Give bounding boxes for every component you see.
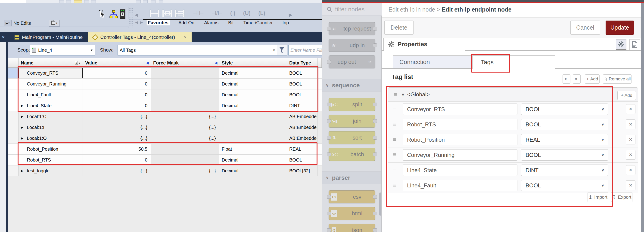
tag-type-select[interactable]: BOOL ∨ (521, 180, 608, 191)
toolbar-icon-stub[interactable] (136, 0, 141, 3)
input-port[interactable] (327, 195, 331, 199)
tag-name-input[interactable]: Line4_State (403, 165, 518, 176)
remove-tag-button[interactable]: × (626, 165, 636, 175)
tag-type-select[interactable]: BOOL ∨ (521, 119, 608, 130)
drag-handle-icon[interactable]: ≡ (393, 121, 396, 128)
expand-arrow-icon[interactable]: ▶ (21, 136, 27, 140)
palette-node[interactable]: <> html (328, 207, 375, 220)
tag-name-cell[interactable]: ▶ Local:1:O (18, 133, 83, 144)
toolbar-icon-stub[interactable] (91, 0, 96, 3)
move-up-button[interactable]: « (562, 74, 570, 84)
export-button[interactable]: ↧ Export (611, 192, 632, 202)
force-mask-cell[interactable] (151, 79, 219, 89)
scroll-left-icon[interactable]: ◀ (135, 12, 138, 17)
node-settings-button[interactable] (616, 39, 626, 50)
rung-branch-icon[interactable] (162, 9, 172, 17)
row-gutter[interactable] (8, 133, 18, 144)
controller-device-icon[interactable] (120, 9, 126, 19)
col-value[interactable]: Value ◀ (83, 58, 151, 67)
style-cell[interactable]: Decimal (219, 89, 287, 100)
row-gutter[interactable] (8, 89, 18, 100)
instruction-tab[interactable]: Inp (281, 20, 290, 25)
drag-handle-icon[interactable]: ≡ (393, 136, 396, 143)
palette-node[interactable]: {} json (328, 224, 375, 232)
data-type-cell[interactable]: BOOL (287, 155, 318, 166)
instruction-button[interactable]: (U) (243, 10, 250, 16)
tab-scroll-right-icon[interactable]: ▶ (140, 20, 143, 24)
table-row[interactable]: Conveyor_Running 0 Decimal BOOL (8, 79, 322, 89)
palette-node[interactable]: ∷▸▮ join (328, 115, 375, 128)
style-cell[interactable]: Decimal (219, 166, 287, 176)
drag-handle-icon[interactable]: ≡ (393, 105, 396, 113)
scope-select[interactable]: Line_4 ▼ (30, 45, 95, 55)
tag-value-cell[interactable]: {...} (83, 133, 151, 144)
instruction-tab[interactable]: Favorites (146, 20, 170, 25)
tag-name-cell[interactable]: Line4_Fault (18, 89, 83, 100)
instruction-button[interactable]: ⊣/⊢ (212, 10, 222, 16)
tab-scroll-left-icon[interactable]: ◀ (135, 20, 138, 24)
show-select[interactable]: All Tags ▼ (118, 45, 277, 55)
toolbar-icon-stub[interactable] (84, 0, 89, 3)
sort-icon[interactable]: ≡▲ (75, 61, 81, 65)
row-gutter[interactable] (8, 166, 18, 176)
pending-edits-button[interactable]: ▶▼ (4, 20, 12, 26)
force-mask-cell[interactable] (151, 155, 219, 166)
network-browse-icon[interactable] (109, 10, 118, 18)
row-gutter[interactable] (8, 100, 18, 111)
remove-tag-button[interactable]: × (626, 150, 636, 160)
output-port[interactable] (373, 119, 377, 123)
palette-scrollbar[interactable] (379, 193, 381, 216)
tag-name-cell[interactable]: Robot_Position (18, 144, 83, 155)
expand-arrow-icon[interactable]: ▶ (21, 115, 27, 118)
instruction-button[interactable]: ( ) (230, 10, 235, 16)
data-type-cell[interactable]: AB:Embedded_Discre... (287, 111, 318, 122)
force-mask-cell[interactable]: {...} (151, 133, 219, 144)
chevron-down-icon[interactable]: ∨ (402, 92, 404, 97)
tag-value-cell[interactable]: 50.5 (83, 144, 151, 155)
import-button[interactable]: ↥ Import (588, 192, 608, 202)
tag-name-input[interactable]: Robot_Position (403, 134, 518, 145)
output-port[interactable] (373, 136, 377, 140)
row-gutter[interactable] (8, 144, 18, 155)
toolbar-icon-active-stub[interactable] (74, 0, 82, 3)
tag-type-select[interactable]: BOOL ∨ (521, 104, 608, 115)
palette-node[interactable]: ∷▸∷ batch (328, 148, 375, 161)
output-port[interactable] (373, 153, 377, 156)
style-cell[interactable] (219, 122, 287, 133)
input-port[interactable] (327, 60, 331, 64)
table-row[interactable]: ▶ test_toggle {...} {...} Decimal BOOL[3… (8, 166, 322, 176)
row-gutter[interactable] (8, 79, 18, 89)
close-icon[interactable]: × (2, 34, 5, 40)
force-mask-cell[interactable]: {...} (151, 122, 219, 133)
data-type-cell[interactable]: BOOL (287, 68, 318, 79)
data-type-cell[interactable]: BOOL (287, 89, 318, 100)
force-mask-cell[interactable] (151, 89, 219, 100)
row-gutter[interactable] (8, 155, 18, 166)
column-pin-icon[interactable]: ◀ (214, 61, 217, 65)
table-row[interactable]: ▶ Local:1:C {...} {...} AB:Embedded_Disc… (8, 111, 322, 122)
tag-value-cell[interactable]: 0 (83, 100, 151, 111)
style-cell[interactable]: Decimal (219, 68, 287, 79)
toolbar-icon-stub[interactable] (59, 0, 64, 3)
group-add-button[interactable]: +Add (618, 91, 636, 100)
table-row[interactable]: Conveyor_RTS 0 Decimal BOOL (8, 68, 322, 79)
style-cell[interactable]: Decimal (219, 79, 287, 89)
tag-value-cell[interactable]: {...} (83, 166, 151, 176)
palette-node[interactable]: ≋ tcp request (328, 22, 375, 35)
tab-connection[interactable]: Connection (393, 55, 472, 69)
tag-name-input[interactable]: Line4_Fault (403, 180, 518, 191)
tag-name-cell[interactable]: Robot_RTS (18, 155, 83, 166)
toolbar-icon-stub[interactable] (159, 0, 163, 3)
tag-name-cell[interactable]: ▶ Line4_State (18, 100, 83, 111)
breadcrumb-parent[interactable]: Edit eth-ip in node (388, 6, 435, 13)
table-row[interactable]: ▶ Local:1:O {...} {...} AB:Embedded_Disc… (8, 133, 322, 144)
tag-name-cell[interactable]: ▶ Local:1:C (18, 111, 83, 122)
rung-branch-level-icon[interactable] (175, 9, 185, 17)
instruction-button[interactable]: (L) (258, 10, 265, 16)
close-icon[interactable]: × (184, 35, 186, 40)
data-type-cell[interactable]: DINT (287, 100, 318, 111)
style-cell[interactable] (219, 111, 287, 122)
tag-name-cell[interactable]: Conveyor_Running (18, 79, 83, 89)
node-description-button[interactable] (630, 39, 640, 50)
row-gutter[interactable] (8, 111, 18, 122)
